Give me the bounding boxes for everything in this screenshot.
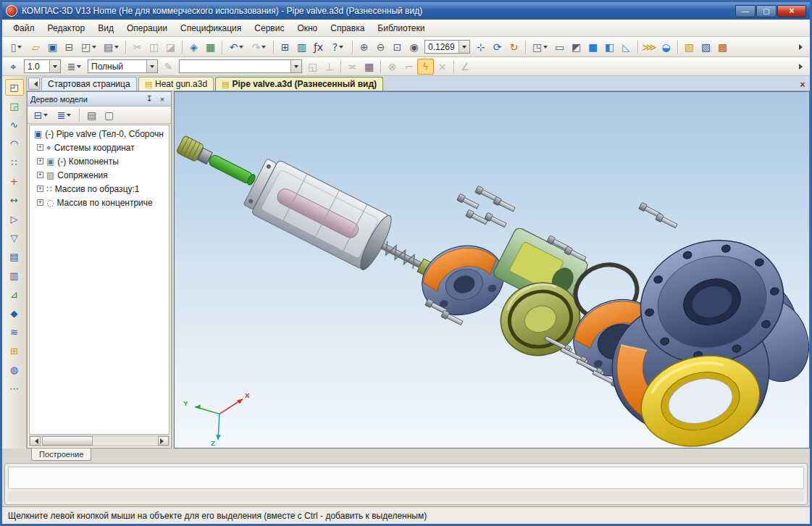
expand-icon[interactable]: + — [37, 172, 43, 178]
parametric-mode-button[interactable]: ϟ — [417, 59, 434, 75]
wireframe-button[interactable]: ▭ — [551, 39, 568, 55]
scroll-right-button[interactable] — [158, 436, 169, 446]
current-step-dropdown-button[interactable] — [49, 60, 60, 72]
tab-pipe-valve[interactable]: ▤ Pipe valve.a3d (Разнесенный вид) — [215, 77, 383, 91]
print-preview-button[interactable]: ◰ — [78, 39, 100, 55]
round-off-button[interactable]: × — [434, 59, 451, 75]
spec-manager-button[interactable]: ▩ — [714, 39, 731, 55]
expand-icon[interactable]: + — [37, 158, 43, 164]
panel-arrays-button[interactable]: ∷ — [5, 154, 24, 171]
cut-button[interactable]: ✂ — [129, 39, 146, 55]
new-document-button[interactable]: ▯ — [5, 39, 28, 55]
help-button[interactable]: ? — [327, 39, 349, 55]
zoom-in-button[interactable]: ⊕ — [356, 39, 372, 55]
redo-button[interactable]: ↷ — [248, 39, 270, 55]
menu-item[interactable]: Редактор — [41, 21, 92, 36]
tree-relations-button[interactable]: ▤ — [83, 107, 100, 123]
scrollbar-track[interactable] — [41, 436, 158, 446]
local-cs-button[interactable]: ⊗ — [384, 59, 401, 75]
tree-item[interactable]: + ▣ (-) Компоненты — [30, 154, 169, 168]
zoom-scale-combo[interactable]: 0.1269 — [424, 40, 470, 54]
minimize-button[interactable]: — — [735, 5, 756, 17]
panel-vibro-button[interactable]: ≋ — [5, 324, 24, 341]
3d-viewport[interactable]: X Y Z — [174, 91, 810, 448]
menu-item[interactable]: Файл — [7, 21, 41, 36]
properties-button[interactable]: ◈ — [185, 39, 202, 55]
zoom-window-button[interactable]: ⊡ — [389, 39, 406, 55]
panel-apps-button[interactable]: ⊞ — [5, 343, 24, 359]
simplified-view-button[interactable]: ⋙ — [641, 39, 658, 55]
library-manager-button[interactable]: ▧ — [681, 39, 698, 55]
calculator-button[interactable]: ▥ — [293, 39, 310, 55]
bolts-cluster-top[interactable] — [457, 185, 516, 228]
tab-heat-gun[interactable]: ▤ Heat gun.a3d — [138, 77, 214, 91]
zoom-scale-dropdown-button[interactable] — [459, 41, 469, 53]
display-mode-dropdown-button[interactable] — [146, 60, 157, 72]
shaded-edges-button[interactable]: ◧ — [601, 39, 618, 55]
pin-icon[interactable]: ↧ — [143, 93, 155, 105]
bolts-pair-upper-right[interactable] — [639, 202, 678, 229]
menu-item[interactable]: Спецификация — [174, 21, 248, 36]
panel-edit-part-button[interactable]: ◲ — [5, 98, 24, 114]
tree-horizontal-scrollbar[interactable] — [29, 435, 169, 446]
menu-item[interactable]: Сервис — [248, 21, 290, 36]
shaded-button[interactable]: ■ — [585, 39, 601, 55]
panel-macro-button[interactable]: ◍ — [5, 362, 24, 378]
panel-designations-button[interactable]: ▷ — [5, 211, 24, 227]
tree-structure-button[interactable]: ⊟ — [30, 107, 52, 123]
panel-dimensions-button[interactable]: ↔ — [5, 192, 24, 209]
snap-button[interactable]: ≍ — [344, 59, 361, 75]
panel-filters-button[interactable]: ▽ — [5, 230, 24, 246]
bonnet-flange[interactable] — [413, 235, 512, 325]
display-mode-combo[interactable]: Полный — [88, 59, 158, 73]
scroll-left-button[interactable] — [30, 436, 41, 446]
refresh-image-button[interactable]: ⟳ — [489, 39, 506, 55]
paste-button[interactable]: ◪ — [162, 39, 179, 55]
toolbar2-overflow-button[interactable] — [797, 64, 807, 70]
normal-to-button[interactable]: ⊥ — [321, 59, 338, 75]
stem-and-actuator[interactable] — [175, 117, 464, 306]
object-name-dropdown-button[interactable] — [290, 60, 301, 72]
panel-auxiliary-geometry-button[interactable]: + — [5, 173, 24, 190]
variables-button[interactable]: ⊞ — [277, 39, 293, 55]
quick-transitions-button[interactable]: ⌖ — [5, 59, 22, 75]
object-name-combo[interactable] — [179, 59, 302, 73]
expand-icon[interactable]: + — [37, 185, 43, 192]
menu-item[interactable]: Библиотеки — [371, 21, 431, 36]
expand-icon[interactable]: + — [37, 199, 43, 206]
exploded-model-svg[interactable]: X Y Z — [175, 92, 809, 448]
panel-more-button[interactable]: ⋯ — [5, 380, 24, 397]
print-button[interactable]: ⊟ — [61, 39, 78, 55]
tree-item[interactable]: + ∷ Массив по образцу:1 — [30, 182, 169, 196]
perspective-button[interactable]: ◺ — [618, 39, 635, 55]
edit-sketch-button[interactable]: ✎ — [160, 59, 177, 75]
panel-standard-button[interactable]: ◰ — [5, 79, 24, 96]
tab-postroenie[interactable]: Построение — [31, 448, 91, 461]
tree-item[interactable]: + ◌ Массив по концентриче — [30, 196, 169, 209]
orientation-button[interactable]: ◳ — [529, 39, 551, 55]
fx-button[interactable]: ƒx — [310, 39, 327, 55]
tree-doc-button[interactable]: ▢ — [101, 107, 117, 123]
menu-item[interactable]: Вид — [91, 21, 120, 36]
current-step-combo[interactable]: 1.0 — [24, 59, 61, 73]
title-bar[interactable]: КОМПАС-3D V13 Home (Не для коммерческого… — [2, 2, 810, 20]
panel-close-button[interactable]: × — [156, 93, 168, 105]
rotate-model-button[interactable]: ↻ — [506, 39, 522, 55]
reports-button[interactable]: ▨ — [698, 39, 714, 55]
tree-root-item[interactable]: ▣ (-) Pipe valve (Тел-0, Сборочн — [30, 127, 169, 141]
constraints-button[interactable]: ∠ — [457, 59, 474, 75]
grid-button[interactable]: ▦ — [361, 59, 377, 75]
menu-item[interactable]: Справка — [324, 21, 371, 36]
object-table-button[interactable]: ▦ — [202, 39, 219, 55]
panel-spatial-curves-button[interactable]: ∿ — [5, 117, 24, 133]
panel-specification-button[interactable]: ▤ — [5, 249, 24, 265]
toolbar-overflow-button[interactable] — [797, 44, 807, 50]
close-button[interactable]: × — [777, 5, 806, 17]
scrollbar-thumb[interactable] — [42, 436, 93, 446]
section-view-button[interactable]: ◒ — [658, 39, 674, 55]
zoom-all-button[interactable]: ◉ — [406, 39, 422, 55]
panel-selection-button[interactable]: ◆ — [5, 305, 24, 322]
property-field[interactable] — [8, 467, 804, 489]
tree-item[interactable]: + ▨ Сопряжения — [30, 168, 169, 182]
hidden-lines-button[interactable]: ◩ — [568, 39, 585, 55]
